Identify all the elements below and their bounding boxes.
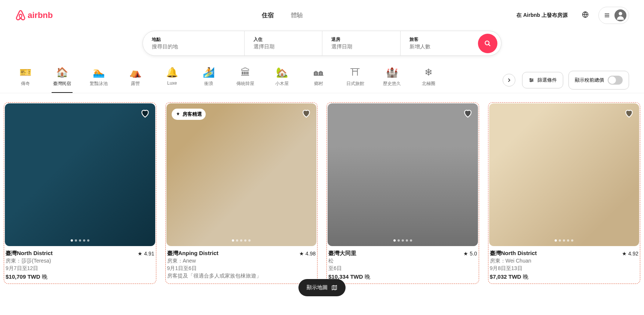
- listing-price: $10,709 TWD 晚: [6, 273, 154, 281]
- checkout-placeholder: 選擇日期: [331, 43, 391, 50]
- heart-icon: [624, 109, 634, 118]
- show-map-button[interactable]: 顯示地圖: [298, 279, 346, 293]
- header: airbnb 住宿 體驗 在 Airbnb 上發布房源: [0, 0, 644, 31]
- user-icon: [615, 10, 626, 21]
- category-item[interactable]: 🏰歷史悠久: [381, 67, 402, 93]
- category-icon: 🏊: [93, 67, 105, 78]
- category-label: 小木屋: [275, 81, 289, 87]
- heart-icon: [463, 109, 473, 118]
- image-dots: [71, 239, 89, 242]
- favorite-button[interactable]: [624, 109, 634, 120]
- category-item[interactable]: 🏡小木屋: [272, 67, 292, 93]
- category-icon: ⛩: [350, 67, 360, 78]
- category-item[interactable]: 🎫傳奇: [15, 67, 36, 93]
- category-item[interactable]: ⛩日式旅館: [345, 67, 366, 93]
- user-menu[interactable]: [598, 7, 629, 24]
- checkin-placeholder: 選擇日期: [254, 43, 313, 50]
- search-where[interactable]: 地點 搜尋目的地: [143, 31, 244, 55]
- listing-image[interactable]: [5, 103, 155, 246]
- category-label: 鄉村: [314, 81, 323, 87]
- listing-title: 臺灣Anping District: [167, 250, 219, 257]
- search-who[interactable]: 旅客 新增人數: [400, 31, 478, 55]
- tax-toggle[interactable]: 顯示稅前總價: [568, 71, 629, 90]
- listing-rating: ★ 5.0: [463, 251, 477, 257]
- logo-text: airbnb: [28, 10, 53, 20]
- category-item[interactable]: 🏄衝浪: [198, 67, 219, 93]
- listing-host: 房東：Anew: [167, 258, 316, 264]
- category-label: 傳統韓屋: [236, 81, 254, 87]
- category-icon: ❄: [424, 67, 433, 78]
- category-item[interactable]: ❄北極圈: [418, 67, 439, 93]
- globe-icon: [582, 11, 589, 18]
- categories: 🎫傳奇🏠臺灣民宿🏊驚豔泳池⛺露營🔔Luxe🏄衝浪🏛傳統韓屋🏡小木屋🏘鄉村⛩日式旅…: [15, 67, 499, 93]
- category-item[interactable]: 🏛傳統韓屋: [235, 67, 256, 93]
- favorite-button[interactable]: [463, 109, 473, 120]
- search-bar: 地點 搜尋目的地 入住 選擇日期 退房 選擇日期 旅客 新增人數: [142, 31, 502, 56]
- language-button[interactable]: [577, 8, 593, 22]
- host-link[interactable]: 在 Airbnb 上發布房源: [512, 9, 572, 22]
- search-checkout[interactable]: 退房 選擇日期: [322, 31, 400, 55]
- where-label: 地點: [152, 36, 235, 43]
- listing-rating: ★ 4.91: [138, 251, 154, 257]
- image-dots: [232, 239, 251, 242]
- category-label: 臺灣民宿: [53, 81, 71, 87]
- listing-card[interactable]: 臺灣大同里 ★ 5.0 松至6日 $10,334 TWD 晚: [326, 102, 479, 284]
- hamburger-icon: [604, 12, 610, 18]
- search-button[interactable]: [478, 34, 497, 53]
- listing-title: 臺灣大同里: [328, 250, 356, 257]
- filter-row: 🎫傳奇🏠臺灣民宿🏊驚豔泳池⛺露營🔔Luxe🏄衝浪🏛傳統韓屋🏡小木屋🏘鄉村⛩日式旅…: [0, 67, 644, 93]
- category-item[interactable]: 🔔Luxe: [162, 67, 183, 92]
- category-icon: 🏰: [386, 67, 398, 78]
- tax-toggle-label: 顯示稅前總價: [575, 77, 604, 84]
- listings-grid: 臺灣North District ★ 4.91 房東：莎莎(Teresa)9月7…: [0, 93, 644, 293]
- heart-icon: [301, 109, 311, 118]
- listing-dates: 9月8日至13日: [490, 265, 639, 272]
- nav-stays[interactable]: 住宿: [258, 8, 277, 23]
- listing-body: 臺灣North District ★ 4.92 房東：Wei Chuan9月8日…: [489, 246, 640, 283]
- category-item[interactable]: ⛺露營: [125, 67, 146, 93]
- listing-host: 房東：Wei Chuan: [490, 258, 639, 264]
- favorite-button[interactable]: [301, 109, 311, 120]
- category-label: 衝浪: [204, 81, 213, 87]
- header-right: 在 Airbnb 上發布房源: [512, 7, 629, 24]
- listing-image[interactable]: [328, 103, 478, 246]
- listing-rating: ★ 4.98: [299, 251, 316, 257]
- category-icon: ⛺: [129, 67, 141, 78]
- favorite-button[interactable]: [140, 109, 150, 120]
- listing-price: $10,334 TWD 晚: [328, 273, 477, 281]
- listing-title: 臺灣North District: [6, 250, 53, 257]
- chevron-right-icon: [506, 78, 512, 83]
- listing-card[interactable]: 房客精選 臺灣Anping District ★ 4.98 房東：Anew9月1…: [165, 102, 318, 284]
- filters-button[interactable]: 篩選條件: [522, 72, 563, 88]
- image-dots: [393, 239, 412, 242]
- nav-experiences[interactable]: 體驗: [287, 8, 307, 23]
- category-label: 驚豔泳池: [90, 81, 108, 87]
- category-label: 日式旅館: [346, 81, 364, 87]
- listing-image[interactable]: 房客精選: [166, 103, 317, 246]
- category-item[interactable]: 🏊驚豔泳池: [88, 67, 109, 93]
- listing-host: 松: [328, 258, 477, 264]
- where-placeholder: 搜尋目的地: [152, 43, 235, 50]
- listing-body: 臺灣North District ★ 4.91 房東：莎莎(Teresa)9月7…: [5, 246, 155, 283]
- categories-next[interactable]: [503, 74, 515, 87]
- checkout-label: 退房: [331, 36, 391, 43]
- map-icon: [331, 285, 337, 291]
- toggle-switch[interactable]: [608, 76, 623, 85]
- listing-body: 臺灣大同里 ★ 5.0 松至6日 $10,334 TWD 晚: [328, 246, 478, 283]
- listing-image[interactable]: [489, 103, 640, 246]
- category-item[interactable]: 🏠臺灣民宿: [52, 67, 73, 93]
- checkin-label: 入住: [254, 36, 313, 43]
- avatar: [614, 9, 626, 21]
- listing-card[interactable]: 臺灣North District ★ 4.91 房東：莎莎(Teresa)9月7…: [4, 102, 156, 284]
- category-item[interactable]: 🏘鄉村: [308, 67, 329, 93]
- category-icon: 🏡: [276, 67, 288, 78]
- listing-dates: 至6日: [328, 265, 477, 272]
- category-icon: 🏘: [314, 67, 323, 78]
- listing-card[interactable]: 臺灣North District ★ 4.92 房東：Wei Chuan9月8日…: [488, 102, 641, 284]
- listing-dates: 9月1日至6日: [167, 265, 316, 272]
- listing-dates: 9月7日至12日: [6, 265, 154, 272]
- logo[interactable]: airbnb: [15, 9, 53, 21]
- svg-point-4: [532, 79, 533, 81]
- search-checkin[interactable]: 入住 選擇日期: [244, 31, 322, 55]
- svg-point-2: [485, 41, 489, 45]
